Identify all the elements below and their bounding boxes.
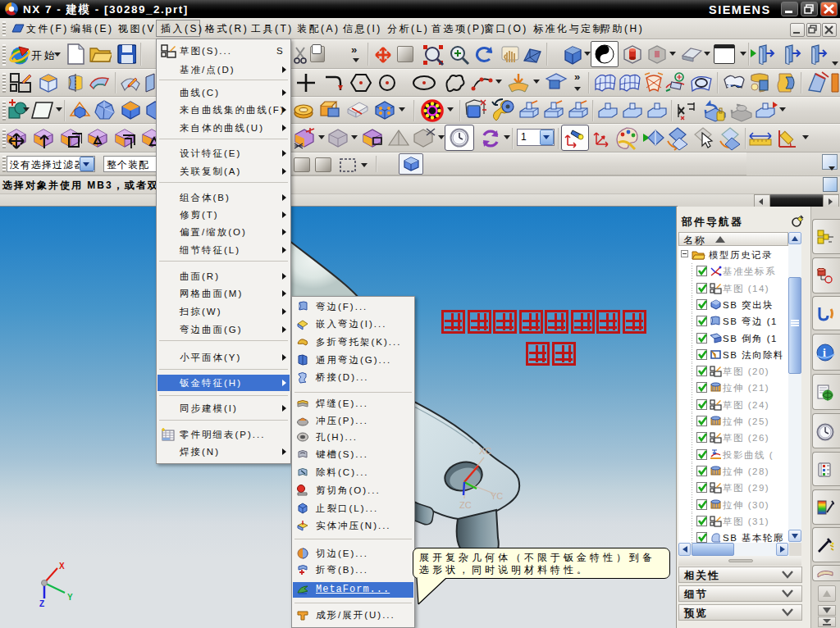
svg-text:X: X [59, 562, 65, 571]
svg-text:YC: YC [491, 491, 503, 501]
svg-text:ZC: ZC [459, 500, 472, 510]
svg-text:XC: XC [479, 446, 491, 456]
svg-text:Y: Y [67, 593, 73, 602]
svg-text:Z: Z [39, 599, 44, 608]
